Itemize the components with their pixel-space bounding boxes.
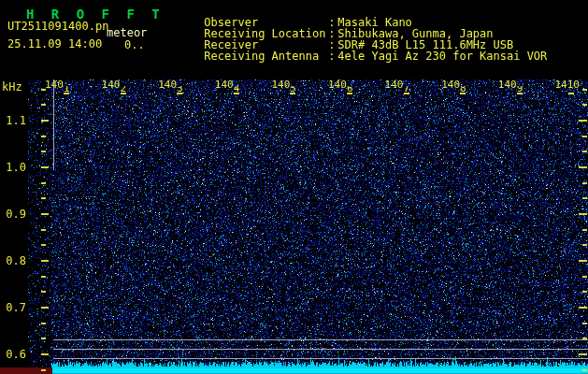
y-axis-tick-right: [582, 323, 587, 324]
spectrogram-canvas: [28, 79, 588, 374]
counter-label: 0..: [124, 38, 145, 51]
x-axis-label: 1404: [215, 79, 240, 93]
y-axis-label: 1.0: [0, 161, 26, 174]
x-axis-tick: [460, 93, 466, 94]
axis-border-line: [53, 79, 54, 170]
x-axis-label: 1408: [441, 79, 466, 93]
filename-label: UT2511091400.pn: [7, 20, 108, 33]
y-axis-tick-right: [582, 369, 587, 371]
y-axis-label: 0.9: [0, 208, 26, 221]
x-axis-tick: [347, 93, 352, 94]
y-axis-tick-right: [582, 338, 587, 339]
x-axis-label: 1410: [554, 79, 580, 91]
y-axis-tick-right: [579, 213, 587, 215]
y-axis-tick-left: [41, 166, 49, 168]
x-axis-label: 1402: [102, 79, 127, 93]
y-axis-label: 0.7: [0, 301, 26, 314]
y-axis-tick-left: [41, 213, 49, 215]
x-axis-label: 1401: [45, 79, 70, 93]
y-axis-tick-right: [582, 136, 587, 137]
y-axis-tick-left: [41, 89, 46, 91]
y-axis-tick-left: [41, 104, 46, 106]
y-axis-tick-left: [41, 244, 46, 246]
x-axis-label: 1409: [498, 79, 523, 93]
x-axis-label: 1403: [158, 79, 183, 93]
y-axis-tick-right: [582, 104, 587, 106]
y-axis-tick-right: [582, 182, 587, 184]
y-axis-tick-left: [41, 260, 49, 262]
y-axis-tick-left: [41, 197, 46, 199]
info-label: Receiving Antenna: [204, 50, 328, 62]
y-axis-tick-right: [579, 307, 587, 309]
x-axis-tick: [121, 93, 126, 94]
y-axis-tick-right: [579, 260, 587, 262]
x-axis-tick: [234, 93, 239, 94]
y-axis-tick-left: [41, 276, 46, 278]
x-axis-tick: [290, 93, 295, 94]
y-axis-tick-right: [582, 291, 587, 293]
y-axis-tick-right: [582, 151, 587, 152]
info-colon: :: [328, 50, 337, 62]
y-axis-tick-left: [41, 229, 46, 231]
x-axis-tick: [64, 93, 69, 94]
y-axis-label: 0.6: [0, 348, 26, 361]
y-axis-tick-right: [582, 244, 587, 246]
y-axis-tick-left: [41, 307, 49, 309]
y-axis-tick-right: [579, 353, 587, 355]
header-info-block: Observer:Masaki Kano Receiving Location:…: [164, 6, 547, 50]
x-axis-tick: [177, 93, 182, 94]
y-axis-tick-right: [582, 229, 587, 231]
y-axis-tick-left: [41, 291, 46, 293]
y-axis-tick-left: [41, 353, 49, 355]
x-axis-label: 1407: [385, 79, 410, 93]
x-axis-tick: [568, 93, 574, 94]
y-axis-tick-left: [41, 151, 46, 152]
y-axis-tick-left: [41, 323, 46, 324]
y-axis-tick-right: [582, 89, 587, 91]
x-axis-tick: [517, 93, 523, 94]
hrofft-window: kHz 1.11.00.90.80.70.6 14011402140314041…: [0, 0, 588, 374]
x-axis-tick: [404, 93, 409, 94]
y-axis-tick-right: [579, 120, 587, 122]
datetime-label: 25.11.09 14:00: [7, 37, 102, 50]
y-axis-tick-left: [41, 338, 46, 339]
y-axis-label: 1.1: [0, 114, 26, 127]
info-value: 4ele Yagi Az 230 for Kansai VOR: [337, 50, 547, 63]
y-axis-tick-left: [41, 136, 46, 137]
meteor-label: meteor: [107, 26, 147, 39]
y-axis-tick-left: [41, 120, 49, 122]
y-axis-unit: kHz: [2, 80, 22, 94]
y-axis-tick-right: [582, 197, 587, 199]
y-axis-tick-left: [41, 182, 46, 184]
y-axis-tick-right: [579, 166, 587, 168]
x-axis-label: 1405: [271, 79, 296, 93]
y-axis-label: 0.8: [0, 254, 26, 267]
x-axis-label: 1406: [328, 79, 353, 93]
y-axis-tick-left: [41, 369, 46, 371]
y-axis-tick-right: [582, 276, 587, 278]
info-row-observer: Observer:Masaki Kano: [164, 6, 547, 17]
